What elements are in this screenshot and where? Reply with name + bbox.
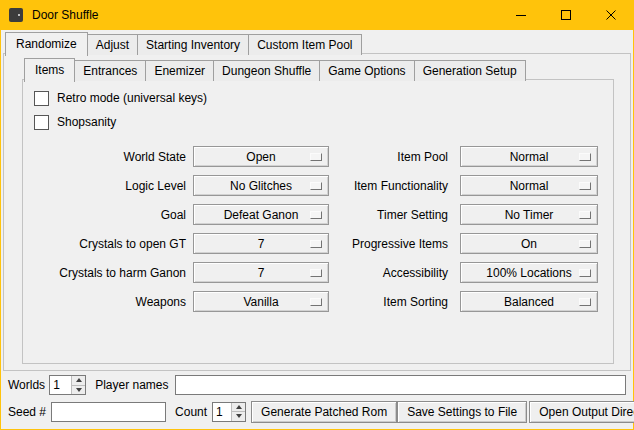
settings-grid: World State Open Item Pool Normal Logic …	[23, 142, 613, 316]
worlds-input[interactable]	[50, 376, 71, 394]
settings-row: Goal Defeat Ganon Timer Setting No Timer	[23, 200, 613, 229]
arrow-down-icon	[236, 414, 242, 418]
count-input[interactable]	[213, 403, 231, 421]
crystals-harm-ganon-label: Crystals to harm Ganon	[23, 266, 193, 280]
dropdown-indicator-icon	[310, 182, 322, 190]
maximize-icon	[561, 10, 572, 21]
dropdown-weapons[interactable]: Vanilla	[193, 291, 329, 312]
settings-row: Logic Level No Glitches Item Functionali…	[23, 171, 613, 200]
door-icon	[9, 8, 23, 22]
maximize-button[interactable]	[544, 0, 589, 30]
worlds-label: Worlds	[8, 378, 45, 392]
save-settings-button[interactable]: Save Settings to File	[397, 401, 527, 423]
minimize-button[interactable]	[499, 0, 544, 30]
tab-enemizer[interactable]: Enemizer	[145, 60, 214, 81]
checkbox-box	[34, 115, 49, 130]
player-names-label: Player names	[95, 378, 168, 392]
items-pane: Retro mode (universal keys) Shopsanity W…	[22, 79, 614, 364]
dropdown-item-sorting[interactable]: Balanced	[460, 291, 598, 312]
minimize-icon	[516, 10, 527, 21]
arrow-up-icon	[76, 378, 82, 382]
tab-adjust[interactable]: Adjust	[87, 34, 138, 55]
dropdown-indicator-icon	[579, 153, 591, 161]
dropdown-item-functionality[interactable]: Normal	[460, 175, 598, 196]
checkbox-label: Shopsanity	[57, 115, 116, 129]
window-title: Door Shuffle	[32, 8, 99, 22]
seed-input[interactable]	[51, 402, 166, 422]
dropdown-indicator-icon	[579, 269, 591, 277]
dropdown-indicator-icon	[579, 240, 591, 248]
item-pool-label: Item Pool	[329, 150, 455, 164]
item-sorting-label: Item Sorting	[329, 295, 455, 309]
multiworld-row: Worlds Player names	[1, 374, 633, 396]
dropdown-world-state[interactable]: Open	[193, 146, 329, 167]
checkbox-box	[34, 91, 49, 106]
world-state-label: World State	[23, 150, 193, 164]
progressive-items-label: Progressive Items	[329, 237, 455, 251]
tab-custom-item-pool[interactable]: Custom Item Pool	[248, 34, 361, 55]
dropdown-indicator-icon	[310, 211, 322, 219]
checkbox-label: Retro mode (universal keys)	[57, 91, 207, 105]
arrow-down-icon	[76, 388, 82, 392]
weapons-label: Weapons	[23, 295, 193, 309]
tab-starting-inventory[interactable]: Starting Inventory	[137, 34, 249, 55]
dropdown-indicator-icon	[579, 211, 591, 219]
logic-level-label: Logic Level	[23, 179, 193, 193]
settings-row: Crystals to open GT 7 Progressive Items …	[23, 229, 613, 258]
spin-down-button[interactable]	[72, 385, 85, 395]
worlds-spin-buttons	[71, 376, 85, 394]
dropdown-item-pool[interactable]: Normal	[460, 146, 598, 167]
count-label: Count	[175, 405, 207, 419]
checkbox-group: Retro mode (universal keys) Shopsanity	[23, 80, 613, 134]
count-spin-buttons	[231, 403, 245, 421]
count-spinbox	[212, 402, 246, 422]
item-functionality-label: Item Functionality	[329, 179, 455, 193]
dropdown-crystals-open-gt[interactable]: 7	[193, 233, 329, 254]
close-icon	[606, 10, 617, 21]
tab-game-options[interactable]: Game Options	[319, 60, 414, 81]
dropdown-accessibility[interactable]: 100% Locations	[460, 262, 598, 283]
settings-row: World State Open Item Pool Normal	[23, 142, 613, 171]
close-button[interactable]	[589, 0, 634, 30]
settings-row: Crystals to harm Ganon 7 Accessibility 1…	[23, 258, 613, 287]
checkbox-shopsanity[interactable]: Shopsanity	[34, 110, 613, 134]
tab-generation-setup[interactable]: Generation Setup	[414, 60, 526, 81]
goal-label: Goal	[23, 208, 193, 222]
dropdown-indicator-icon	[579, 298, 591, 306]
dropdown-indicator-icon	[310, 240, 322, 248]
crystals-open-gt-label: Crystals to open GT	[23, 237, 193, 251]
dropdown-indicator-icon	[310, 269, 322, 277]
tab-dungeon-shuffle[interactable]: Dungeon Shuffle	[213, 60, 320, 81]
settings-row: Weapons Vanilla Item Sorting Balanced	[23, 287, 613, 316]
accessibility-label: Accessibility	[329, 266, 455, 280]
spin-down-button[interactable]	[232, 411, 245, 421]
spin-up-button[interactable]	[232, 403, 245, 412]
app-window: Door Shuffle Randomize Adjust Starting I…	[0, 0, 634, 430]
dropdown-timer-setting[interactable]: No Timer	[460, 204, 598, 225]
timer-setting-label: Timer Setting	[329, 208, 455, 222]
generate-row: Seed # Count Generate Patched Rom Save S…	[1, 400, 633, 423]
dropdown-indicator-icon	[310, 153, 322, 161]
tab-randomize[interactable]: Randomize	[5, 32, 88, 56]
checkbox-retro-mode[interactable]: Retro mode (universal keys)	[34, 86, 613, 110]
player-names-input[interactable]	[175, 375, 627, 395]
worlds-spinbox	[49, 375, 86, 395]
spin-up-button[interactable]	[72, 376, 85, 385]
dropdown-crystals-harm-ganon[interactable]: 7	[193, 262, 329, 283]
outer-tab-bar: Randomize Adjust Starting Inventory Cust…	[5, 32, 362, 55]
inner-tab-bar: Items Entrances Enemizer Dungeon Shuffle…	[24, 58, 526, 81]
open-output-directory-button[interactable]: Open Output Directory	[529, 401, 634, 423]
caption-buttons	[499, 0, 634, 30]
arrow-up-icon	[236, 405, 242, 409]
generate-patched-rom-button[interactable]: Generate Patched Rom	[251, 401, 397, 423]
window-body: Randomize Adjust Starting Inventory Cust…	[1, 30, 633, 429]
tab-entrances[interactable]: Entrances	[74, 60, 146, 81]
tab-items[interactable]: Items	[24, 58, 75, 82]
dropdown-logic-level[interactable]: No Glitches	[193, 175, 329, 196]
dropdown-goal[interactable]: Defeat Ganon	[193, 204, 329, 225]
dropdown-indicator-icon	[579, 182, 591, 190]
seed-label: Seed #	[8, 405, 46, 419]
dropdown-progressive-items[interactable]: On	[460, 233, 598, 254]
dropdown-indicator-icon	[310, 298, 322, 306]
